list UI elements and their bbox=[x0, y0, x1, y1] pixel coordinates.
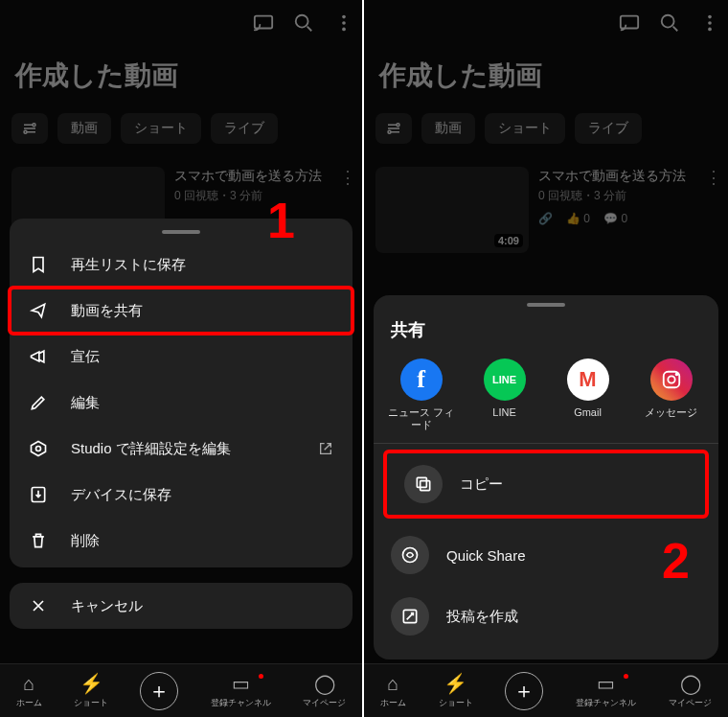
share-app-row: f ニュース フィード LINE LINE M Gmail メッセージ bbox=[374, 353, 718, 444]
annotation-1: 1 bbox=[267, 192, 295, 249]
menu-label: 動画を共有 bbox=[71, 302, 143, 320]
nav-shorts[interactable]: ⚡ショート bbox=[74, 672, 108, 709]
share-app-instagram[interactable]: メッセージ bbox=[633, 358, 710, 431]
nav-create[interactable]: ＋ bbox=[140, 672, 178, 710]
menu-delete[interactable]: 削除 bbox=[10, 518, 353, 564]
shorts-icon: ⚡ bbox=[80, 672, 103, 695]
menu-download[interactable]: デバイスに保存 bbox=[10, 472, 353, 518]
app-label: メッセージ bbox=[645, 406, 697, 419]
app-label: Gmail bbox=[574, 406, 602, 419]
nav-label: 登録チャンネル bbox=[576, 697, 636, 709]
nav-subscriptions[interactable]: ▭登録チャンネル bbox=[211, 672, 271, 709]
screenshot-step-1: 作成した動画 動画 ショート ライブ スマホで動画を送る方法 0 回視聴・3 分… bbox=[0, 0, 364, 717]
menu-save-playlist[interactable]: 再生リストに保存 bbox=[10, 242, 353, 288]
action-label: 投稿を作成 bbox=[446, 608, 518, 626]
menu-label: 削除 bbox=[71, 532, 100, 550]
subscriptions-icon: ▭ bbox=[597, 672, 615, 695]
nav-home[interactable]: ⌂ホーム bbox=[16, 673, 42, 709]
bookmark-icon bbox=[29, 255, 50, 274]
nav-label: マイページ bbox=[669, 697, 712, 709]
share-icon bbox=[29, 301, 50, 320]
download-icon bbox=[29, 485, 50, 504]
svg-point-8 bbox=[36, 447, 41, 451]
share-app-facebook[interactable]: f ニュース フィード bbox=[383, 358, 460, 431]
svg-point-19 bbox=[675, 374, 677, 376]
nav-label: 登録チャンネル bbox=[211, 697, 271, 709]
trash-icon bbox=[29, 531, 50, 550]
nav-shorts[interactable]: ⚡ショート bbox=[439, 672, 473, 709]
notification-dot bbox=[259, 674, 263, 679]
menu-edit[interactable]: 編集 bbox=[10, 380, 353, 426]
line-icon: LINE bbox=[484, 358, 526, 401]
nav-mypage[interactable]: ◯マイページ bbox=[303, 672, 346, 709]
notification-dot bbox=[624, 674, 628, 679]
svg-rect-21 bbox=[417, 478, 426, 488]
svg-point-18 bbox=[668, 376, 674, 382]
menu-share-video[interactable]: 動画を共有 bbox=[10, 288, 353, 334]
menu-label: 宣伝 bbox=[71, 348, 100, 366]
instagram-icon bbox=[650, 358, 693, 401]
share-sheet-title: 共有 bbox=[374, 314, 718, 353]
svg-point-22 bbox=[403, 548, 418, 563]
nav-label: ショート bbox=[74, 697, 108, 709]
megaphone-icon bbox=[29, 347, 50, 366]
gmail-icon: M bbox=[567, 358, 609, 401]
nav-subscriptions[interactable]: ▭登録チャンネル bbox=[576, 672, 636, 709]
menu-label: Studio で詳細設定を編集 bbox=[71, 440, 231, 458]
external-link-icon bbox=[318, 441, 333, 456]
app-label: LINE bbox=[492, 406, 515, 419]
app-label: ニュース フィード bbox=[383, 406, 460, 431]
menu-studio[interactable]: Studio で詳細設定を編集 bbox=[10, 426, 353, 472]
sheet-handle[interactable] bbox=[527, 303, 565, 307]
home-icon: ⌂ bbox=[23, 673, 34, 695]
pencil-icon bbox=[29, 393, 50, 412]
screenshot-step-2: 作成した動画 動画 ショート ライブ 4:09 スマホで動画を送る方法 0 回視… bbox=[364, 0, 728, 717]
action-label: コピー bbox=[460, 475, 503, 494]
svg-rect-20 bbox=[421, 481, 430, 491]
menu-cancel[interactable]: キャンセル bbox=[10, 583, 353, 629]
menu-label: デバイスに保存 bbox=[71, 486, 171, 504]
nav-mypage[interactable]: ◯マイページ bbox=[669, 672, 712, 709]
account-icon: ◯ bbox=[314, 672, 335, 695]
bottom-nav: ⌂ホーム ⚡ショート ＋ ▭登録チャンネル ◯マイページ bbox=[0, 663, 362, 717]
svg-marker-7 bbox=[32, 442, 46, 456]
share-action-post[interactable]: 投稿を作成 bbox=[374, 586, 718, 647]
shorts-icon: ⚡ bbox=[444, 672, 467, 695]
plus-icon: ＋ bbox=[148, 677, 170, 705]
nav-label: マイページ bbox=[303, 697, 346, 709]
plus-icon: ＋ bbox=[513, 677, 535, 705]
home-icon: ⌂ bbox=[387, 673, 398, 695]
annotation-2: 2 bbox=[662, 532, 690, 590]
nav-home[interactable]: ⌂ホーム bbox=[380, 673, 406, 709]
nav-create[interactable]: ＋ bbox=[505, 672, 543, 710]
nav-label: ホーム bbox=[16, 697, 42, 709]
share-app-line[interactable]: LINE LINE bbox=[466, 358, 543, 431]
nav-label: ショート bbox=[439, 697, 473, 709]
share-app-gmail[interactable]: M Gmail bbox=[550, 358, 626, 431]
action-label: Quick Share bbox=[446, 547, 526, 564]
nav-label: ホーム bbox=[380, 697, 406, 709]
menu-label: 編集 bbox=[71, 394, 100, 412]
bottom-nav: ⌂ホーム ⚡ショート ＋ ▭登録チャンネル ◯マイページ bbox=[364, 663, 728, 717]
action-sheet: 再生リストに保存 動画を共有 宣伝 編集 Studio で詳細設定を編集 bbox=[10, 219, 353, 567]
copy-icon bbox=[404, 465, 443, 503]
menu-label: 再生リストに保存 bbox=[71, 256, 186, 274]
share-action-copy[interactable]: コピー bbox=[383, 450, 709, 519]
close-icon bbox=[29, 596, 50, 615]
share-sheet: 共有 f ニュース フィード LINE LINE M Gmail メッセージ bbox=[374, 295, 718, 659]
menu-promote[interactable]: 宣伝 bbox=[10, 334, 353, 380]
facebook-icon: f bbox=[400, 358, 443, 401]
menu-label: キャンセル bbox=[71, 597, 143, 615]
account-icon: ◯ bbox=[680, 672, 701, 695]
subscriptions-icon: ▭ bbox=[232, 672, 250, 695]
quickshare-icon bbox=[391, 536, 429, 574]
compose-icon bbox=[391, 597, 429, 636]
sheet-handle[interactable] bbox=[162, 230, 200, 234]
studio-icon bbox=[29, 439, 50, 458]
cancel-sheet: キャンセル bbox=[10, 583, 353, 629]
